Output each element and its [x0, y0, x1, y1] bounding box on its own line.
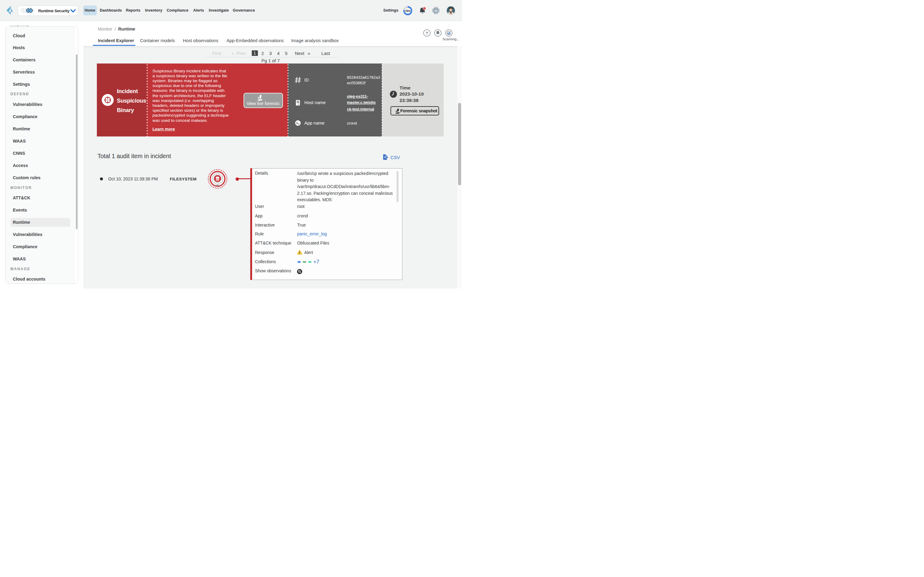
svg-text:?: ? — [425, 31, 428, 35]
svg-text:Runtime Security: Runtime Security — [38, 8, 69, 13]
svg-text:AI: AI — [434, 9, 437, 13]
